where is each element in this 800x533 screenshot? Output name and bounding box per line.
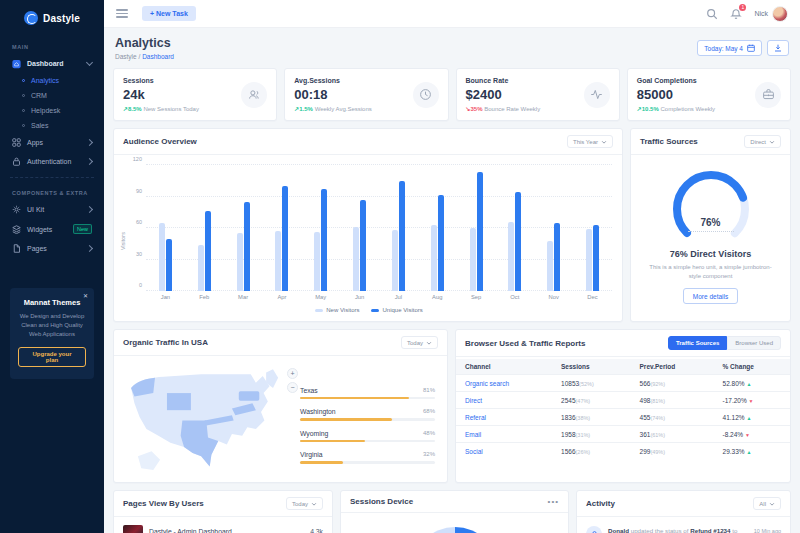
- traffic-description: This is a simple hero unit, a simple jum…: [646, 263, 776, 281]
- zoom-out-button[interactable]: −: [287, 382, 298, 393]
- col-sessions: Sessions: [552, 359, 631, 375]
- date-range-button[interactable]: Today: May 4: [697, 40, 762, 56]
- sidebar-subitem-helpdesk[interactable]: Helpdesk: [0, 103, 104, 118]
- table-row: Organic search10853(52%)566(92%)52.80% ▲: [456, 375, 790, 392]
- table-row: Direct2545(47%)498(81%)-17.20% ▼: [456, 392, 790, 409]
- notifications-bell-icon[interactable]: 1: [730, 8, 742, 20]
- user-menu[interactable]: Nick: [754, 6, 788, 22]
- organic-filter-dropdown[interactable]: Today: [401, 336, 438, 349]
- change-cell: 52.80% ▲: [714, 375, 790, 392]
- bar-group-jul[interactable]: [379, 165, 418, 291]
- stat-value: 24k: [123, 87, 199, 102]
- sidebar-item-widgets[interactable]: Widgets New: [0, 219, 104, 239]
- channel-link[interactable]: Organic search: [456, 375, 552, 392]
- state-row-virginia: Virginia32%: [300, 451, 435, 464]
- sidebar-item-pages[interactable]: Pages: [0, 239, 104, 258]
- activity-item[interactable]: Donald updated the status of Refund #123…: [577, 517, 790, 533]
- bar-group-jun[interactable]: [340, 165, 379, 291]
- brand-logo[interactable]: Dastyle: [0, 8, 104, 28]
- bar-group-aug[interactable]: [418, 165, 457, 291]
- pages-view-card: Pages View By Users Today Dastyle - Admi…: [113, 490, 333, 533]
- y-tick-label: 90: [126, 188, 142, 194]
- zoom-in-button[interactable]: +: [287, 368, 298, 379]
- promo-title: Mannat Themes: [18, 298, 86, 307]
- sidebar-subitem-crm[interactable]: CRM: [0, 88, 104, 103]
- state-percent: 32%: [423, 451, 435, 458]
- state-progress-bar: [300, 440, 435, 443]
- x-tick-label: Aug: [418, 294, 457, 300]
- legend-item-unique-visitors[interactable]: Unique Visitors: [371, 307, 422, 313]
- state-progress-bar: [300, 397, 435, 400]
- bar: [515, 192, 521, 291]
- channel-link[interactable]: Direct: [456, 392, 552, 409]
- sidebar-item-uikit[interactable]: UI Kit: [0, 200, 104, 219]
- sidebar-subitem-sales[interactable]: Sales: [0, 118, 104, 133]
- more-details-button[interactable]: More details: [683, 288, 738, 304]
- breadcrumb-current[interactable]: Dashboard: [142, 53, 174, 60]
- bar-group-sep[interactable]: [457, 165, 496, 291]
- bar: [547, 241, 553, 291]
- sidebar-item-dashboard[interactable]: Dashboard: [0, 54, 104, 73]
- legend-item-new-visitors[interactable]: New Visitors: [315, 307, 359, 313]
- main-column: + New Task 1 Nick Analytics: [104, 0, 800, 533]
- chevron-down-icon: [86, 59, 93, 66]
- bar: [477, 172, 483, 291]
- traffic-sources-card: Traffic Sources Direct 76%: [630, 128, 791, 322]
- channel-link[interactable]: Social: [456, 443, 552, 460]
- sidebar-item-authentication[interactable]: Authentication: [0, 152, 104, 171]
- legend-swatch: [315, 309, 323, 312]
- activity-filter-dropdown[interactable]: All: [753, 497, 781, 510]
- page-header: Analytics Dastyle / Dashboard Today: May…: [115, 36, 789, 60]
- channel-link[interactable]: Email: [456, 426, 552, 443]
- dashboard-subitems: AnalyticsCRMHelpdeskSales: [0, 73, 104, 133]
- tab-browser-used[interactable]: Browser Used: [727, 336, 781, 350]
- close-icon[interactable]: ✕: [83, 292, 88, 299]
- x-tick-label: Jan: [146, 294, 185, 300]
- bar-group-oct[interactable]: [495, 165, 534, 291]
- bar: [282, 186, 288, 291]
- more-menu-icon[interactable]: •••: [548, 500, 559, 504]
- sessions-cell: 2545(47%): [552, 392, 631, 409]
- x-tick-label: Dec: [573, 294, 612, 300]
- usa-map[interactable]: + −: [122, 364, 294, 486]
- download-button[interactable]: [767, 40, 789, 56]
- bar-group-apr[interactable]: [262, 165, 301, 291]
- stat-card-sessions: Sessions 24k ↗8.5% New Sessions Today: [113, 68, 277, 121]
- upgrade-plan-button[interactable]: Upgrade your plan: [18, 347, 86, 367]
- traffic-filter-dropdown[interactable]: Direct: [744, 135, 781, 148]
- state-row-washington: Washington68%: [300, 408, 435, 421]
- y-tick-label: 0: [126, 282, 142, 288]
- bar-group-may[interactable]: [301, 165, 340, 291]
- channel-link[interactable]: Referal: [456, 409, 552, 426]
- bar: [470, 228, 476, 291]
- card-title: Audience Overview: [123, 137, 197, 146]
- menu-toggle-icon[interactable]: [116, 9, 128, 18]
- page-view-row[interactable]: Dastyle - Admin Dashboard 4.3k: [114, 517, 332, 533]
- stat-card-avg-sessions: Avg.Sessions 00:18 ↗1.5% Weekly Avg.Sess…: [284, 68, 448, 121]
- tab-traffic-sources[interactable]: Traffic Sources: [668, 336, 727, 350]
- pages-filter-dropdown[interactable]: Today: [286, 497, 323, 510]
- change-cell: 41.12% ▲: [714, 409, 790, 426]
- download-icon: [774, 44, 782, 52]
- bar-chart-plot: 0306090120: [146, 165, 612, 291]
- x-tick-label: Jul: [379, 294, 418, 300]
- stat-delta: ↗10.5% Completions Weekly: [637, 105, 715, 112]
- table-row: Email1958(31%)361(61%)-8.24% ▼: [456, 426, 790, 443]
- bar-group-jan[interactable]: [146, 165, 185, 291]
- sessions-device-card: Sessions Device •••: [340, 490, 569, 533]
- new-task-button[interactable]: + New Task: [142, 6, 196, 21]
- sidebar-subitem-analytics[interactable]: Analytics: [0, 73, 104, 88]
- breadcrumb-root[interactable]: Dastyle: [115, 53, 137, 60]
- search-icon[interactable]: [706, 8, 718, 20]
- triangle-down-icon: ▼: [745, 432, 750, 438]
- state-percent: 48%: [423, 430, 435, 437]
- audience-filter-dropdown[interactable]: This Year: [567, 135, 613, 148]
- change-cell: -17.20% ▼: [714, 392, 790, 409]
- bar-group-nov[interactable]: [534, 165, 573, 291]
- bar-group-dec[interactable]: [573, 165, 612, 291]
- stat-card-goal-completions: Goal Completions 85000 ↗10.5% Completion…: [627, 68, 791, 121]
- bar-group-mar[interactable]: [224, 165, 263, 291]
- bar-group-feb[interactable]: [185, 165, 224, 291]
- sidebar-item-apps[interactable]: Apps: [0, 133, 104, 152]
- bar: [593, 225, 599, 291]
